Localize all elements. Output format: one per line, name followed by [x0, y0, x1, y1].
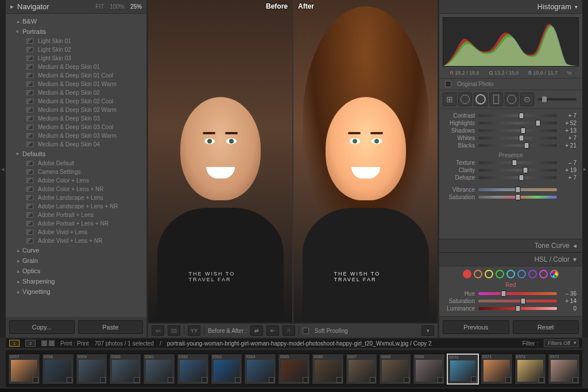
zoom-100%[interactable]: 100%	[110, 3, 125, 10]
preset-item[interactable]: Medium & Deep Skin 03	[6, 114, 146, 123]
hsl-color-dot[interactable]	[528, 270, 537, 278]
page-1-button[interactable]: 1	[9, 340, 20, 347]
zoom-fit[interactable]: FIT	[95, 3, 104, 10]
filmstrip-thumb[interactable]: S568	[379, 354, 411, 385]
filmstrip-thumb[interactable]: S563	[211, 354, 243, 385]
preset-item[interactable]: Adobe Default	[6, 159, 146, 168]
grid-view-icon[interactable]	[41, 340, 55, 346]
slider-saturation[interactable]: Saturation	[445, 194, 577, 200]
radial-tool-icon[interactable]	[505, 92, 519, 106]
filmstrip-thumb[interactable]: S573	[548, 354, 580, 385]
slider-dehaze[interactable]: Dehaze+ 7	[445, 174, 577, 181]
filmstrip-thumb[interactable]: S559	[76, 354, 108, 385]
hsl-color-dot[interactable]	[517, 270, 526, 278]
preset-item[interactable]: Medium & Deep Skin 01 Cool	[6, 71, 146, 80]
soft-proofing-checkbox[interactable]	[303, 328, 309, 334]
compare-view-icon[interactable]: ▯▯	[168, 325, 180, 336]
slider-hue[interactable]: Hue– 36	[445, 290, 577, 297]
slider-whites[interactable]: Whites+ 7	[445, 135, 577, 141]
preset-item[interactable]: Adobe Portrait + Lens	[6, 211, 146, 219]
copy-button[interactable]: Copy...	[9, 320, 75, 334]
preset-item[interactable]: Medium & Deep Skin 01 Warm	[6, 80, 146, 88]
filmstrip-thumb[interactable]: S564	[244, 354, 276, 385]
filmstrip-thumb[interactable]: S569	[413, 354, 445, 385]
preset-item[interactable]: Adobe Vivid + Lens + NR	[6, 236, 146, 245]
preset-group-b-w[interactable]: ▸B&W	[6, 16, 146, 26]
tone-curve-header[interactable]: Tone Curve◂	[439, 239, 582, 253]
filter-dropdown[interactable]: Filters Off	[544, 339, 579, 347]
hsl-color-dot[interactable]	[474, 270, 482, 278]
graduated-tool-icon[interactable]	[489, 92, 503, 106]
loupe-view-icon[interactable]: ▭	[152, 325, 164, 336]
spot-tool-icon[interactable]	[458, 92, 472, 106]
histogram-header[interactable]: Histogram ▾	[439, 0, 582, 14]
paste-button[interactable]: Paste	[78, 320, 144, 334]
slider-contrast[interactable]: Contrast+ 7	[445, 112, 577, 119]
slider-highlights[interactable]: Highlights+ 52	[445, 120, 577, 126]
left-edge-expand[interactable]: ◂	[0, 0, 6, 337]
page-2-button[interactable]: 2	[25, 340, 36, 347]
preset-item[interactable]: Medium & Deep Skin 02 Warm	[6, 106, 146, 114]
original-photo-toggle[interactable]: Original Photo	[439, 78, 582, 90]
preset-group-sharpening[interactable]: ▸Sharpening	[6, 276, 146, 286]
slider-luminance[interactable]: Luminance0	[445, 305, 577, 312]
hsl-color-dot[interactable]	[485, 270, 493, 278]
preset-group-defaults[interactable]: ▾Defaults	[6, 149, 146, 159]
preset-item[interactable]: Medium & Deep Skin 03 Warm	[6, 131, 146, 140]
preset-group-portraits[interactable]: ▾Portraits	[6, 26, 146, 37]
filmstrip[interactable]: S557S558S559S560S561S562S563S564S565S566…	[6, 350, 582, 387]
filmstrip-thumb[interactable]: S558	[42, 354, 74, 385]
histogram[interactable]	[443, 17, 579, 67]
zoom-25%[interactable]: 25%	[130, 3, 142, 10]
copy-left-icon[interactable]: ⇤	[266, 325, 279, 336]
preset-item[interactable]: Light Skin 02	[6, 45, 146, 54]
preset-item[interactable]: Medium & Deep Skin 03 Cool	[6, 123, 146, 131]
slider-blacks[interactable]: Blacks+ 21	[445, 142, 577, 149]
filmstrip-thumb[interactable]: S572	[514, 354, 547, 385]
preview-after[interactable]: After	[292, 0, 438, 323]
hsl-color-dot[interactable]	[496, 270, 504, 278]
filmstrip-thumb[interactable]: S561	[143, 354, 175, 385]
filmstrip-thumb[interactable]: S557	[8, 354, 40, 385]
preset-group-grain[interactable]: ▸Grain	[6, 255, 146, 266]
yy-view-icon[interactable]: YY	[188, 325, 200, 336]
breadcrumb[interactable]: portrait-young-woman-bright-girl-woman-h…	[167, 340, 517, 347]
preset-item[interactable]: Light Skin 03	[6, 54, 146, 63]
preset-item[interactable]: Adobe Portrait + Lens + NR	[6, 219, 146, 228]
preset-item[interactable]: Camera Settings	[6, 168, 146, 176]
filmstrip-thumb[interactable]: S571	[481, 354, 513, 385]
filmstrip-thumb[interactable]: S565	[278, 354, 310, 385]
swap-icon[interactable]: ⇄	[250, 325, 263, 336]
filmstrip-thumb[interactable]: S570	[447, 354, 479, 385]
preset-item[interactable]: Light Skin 01	[6, 37, 146, 45]
slider-saturation[interactable]: Saturation+ 14	[445, 298, 577, 304]
filmstrip-thumb[interactable]: S566	[312, 354, 344, 385]
hsl-color-dot[interactable]	[506, 270, 515, 278]
preset-item[interactable]: Adobe Vivid + Lens	[6, 228, 146, 236]
preset-group-vignetting[interactable]: ▸Vignetting	[6, 286, 146, 297]
crop-tool-icon[interactable]: ⊞	[443, 92, 457, 106]
preview-before[interactable]: Before	[148, 0, 292, 323]
original-photo-checkbox[interactable]	[445, 81, 451, 87]
preset-item[interactable]: Medium & Deep Skin 04	[6, 140, 146, 149]
preset-item[interactable]: Adobe Landscape + Lens + NR	[6, 202, 146, 211]
copy-settings-icon[interactable]: ⎍	[283, 325, 295, 336]
slider-texture[interactable]: Texture– 7	[445, 160, 577, 166]
preset-item[interactable]: Adobe Color + Lens	[6, 176, 146, 185]
filmstrip-thumb[interactable]: S562	[177, 354, 209, 385]
redeye-tool-icon[interactable]	[474, 92, 488, 106]
hsl-color-dot[interactable]	[463, 270, 471, 278]
tool-amount-slider[interactable]	[538, 98, 577, 100]
hsl-color-dot[interactable]	[539, 270, 548, 278]
brush-tool-icon[interactable]: ⊙	[520, 92, 534, 106]
preset-item[interactable]: Medium & Deep Skin 01	[6, 63, 146, 71]
preset-item[interactable]: Adobe Landscape + Lens	[6, 193, 146, 202]
preset-item[interactable]: Adobe Color + Lens + NR	[6, 185, 146, 193]
right-edge-expand[interactable]: ▸	[582, 0, 588, 337]
filmstrip-thumb[interactable]: S567	[346, 354, 378, 385]
slider-clarity[interactable]: Clarity+ 19	[445, 167, 577, 173]
navigator-header[interactable]: ▸ Navigator FIT100%25%	[6, 0, 146, 14]
preset-item[interactable]: Medium & Deep Skin 02 Cool	[6, 97, 146, 106]
hsl-all-colors[interactable]	[550, 270, 559, 278]
preset-group-optics[interactable]: ▸Optics	[6, 266, 146, 276]
